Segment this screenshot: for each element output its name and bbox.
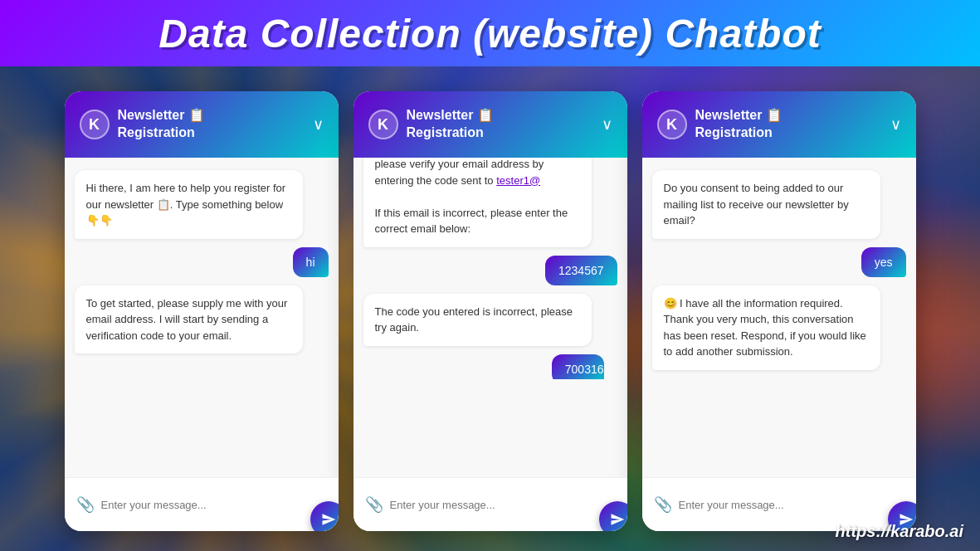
bot-message-2-2: The code you entered is incorrect, pleas… <box>363 294 592 346</box>
watermark: https://karabo.ai <box>836 522 963 541</box>
user-message-2-1: 1234567 <box>545 256 617 285</box>
chat-header-title-3: Newsletter 📋Registration <box>695 107 783 142</box>
chat-messages-3: Do you consent to being added to our mai… <box>642 158 916 477</box>
attachment-icon-1[interactable]: 📎 <box>76 495 95 514</box>
chat-input-2[interactable] <box>390 499 616 511</box>
chat-messages-1: Hi there, I am here to help you register… <box>65 158 339 477</box>
chat-window-2: K Newsletter 📋Registration ∨ please veri… <box>353 91 627 531</box>
chat-input-1[interactable] <box>101 499 327 511</box>
chat-input-area-1: 📎 <box>65 477 339 531</box>
chat-header-title-1: Newsletter 📋Registration <box>118 107 205 142</box>
chat-logo-1: K <box>80 110 110 139</box>
chat-header-1: K Newsletter 📋Registration ∨ <box>65 91 339 158</box>
bot-message-1-1: Hi there, I am here to help you register… <box>75 170 303 239</box>
bot-message-3-2: 😊 I have all the information required. T… <box>652 285 880 370</box>
header-bar: Data Collection (website) Chatbot <box>0 0 980 66</box>
chat-input-3[interactable] <box>679 499 904 511</box>
bot-message-3-1: Do you consent to being added to our mai… <box>652 170 880 239</box>
chat-logo-2: K <box>368 110 398 139</box>
user-message-2-partial: 700316 <box>552 354 604 379</box>
chatbots-container: K Newsletter 📋Registration ∨ Hi there, I… <box>0 79 980 551</box>
attachment-icon-2[interactable]: 📎 <box>365 495 383 514</box>
chat-chevron-3[interactable]: ∨ <box>890 115 901 134</box>
bot-message-1-2: To get started, please supply me with yo… <box>75 285 303 354</box>
user-message-1-1: hi <box>293 247 329 277</box>
chat-header-title-2: Newsletter 📋Registration <box>407 107 494 142</box>
page-title: Data Collection (website) Chatbot <box>158 11 821 56</box>
user-message-3-1: yes <box>861 247 906 277</box>
email-link: tester1@ <box>496 174 540 187</box>
attachment-icon-3[interactable]: 📎 <box>654 495 672 514</box>
chat-header-2: K Newsletter 📋Registration ∨ <box>353 91 627 158</box>
chat-header-left-1: K Newsletter 📋Registration <box>80 107 205 142</box>
send-icon-2 <box>610 512 625 527</box>
chat-chevron-2[interactable]: ∨ <box>602 115 612 134</box>
bot-message-2-1: please verify your email address by ente… <box>363 158 592 247</box>
chat-chevron-1[interactable]: ∨ <box>313 115 324 134</box>
chat-header-left-3: K Newsletter 📋Registration <box>657 107 783 142</box>
chat-window-1: K Newsletter 📋Registration ∨ Hi there, I… <box>65 91 339 531</box>
chat-messages-2: please verify your email address by ente… <box>353 158 627 477</box>
chat-header-left-2: K Newsletter 📋Registration <box>368 107 494 142</box>
send-icon-1 <box>321 512 336 527</box>
chat-input-area-2: 📎 <box>353 477 627 531</box>
chat-window-3: K Newsletter 📋Registration ∨ Do you cons… <box>642 91 916 531</box>
chat-logo-3: K <box>657 110 687 139</box>
chat-header-3: K Newsletter 📋Registration ∨ <box>642 91 916 158</box>
